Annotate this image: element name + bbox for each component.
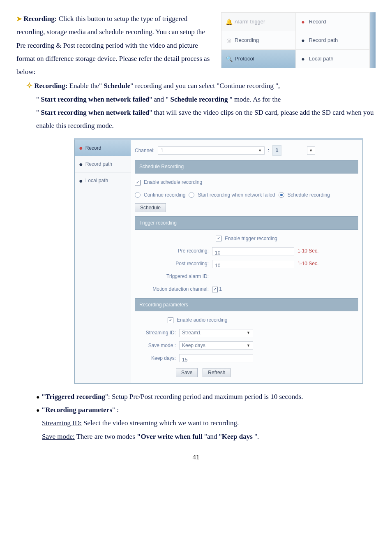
text-bold: "Over write when full [137,433,204,440]
secondary-select[interactable]: ▼ [307,146,315,155]
arrow-bullet-icon: ➤ [16,15,22,22]
tab-alarm-label: Alarm trigger [235,17,265,27]
post-recording-input[interactable]: 10 [212,260,294,268]
channel-label: Channel: [135,146,154,155]
streaming-id-label: Streaming ID: [135,328,176,338]
text-frag: " and " [149,95,170,103]
recording-heading: Recording: [23,15,57,23]
text-frag: " [36,95,41,103]
channel-number-badge: 1 [272,145,281,156]
start-when-network-failed-radio[interactable] [189,192,194,198]
text-frag: " [36,109,41,116]
motion-detection-label: Motion detection channel: [135,285,209,294]
input-value: 10 [215,263,220,269]
sidebar-item-label: Record path [85,160,112,169]
top-tab-panel: 🔔 Alarm trigger ◎ Recording 🔍 Protocol ●… [221,12,376,68]
tab-record-label: Record [309,17,326,27]
tab-protocol-label: Protocol [235,54,254,64]
streaming-id-underline: Streaming ID: [42,419,82,427]
tab-record[interactable]: ● Record [296,13,370,31]
input-value: 15 [182,357,187,363]
post-recording-label: Post recording: [135,259,209,269]
bullet-icon: ● [36,394,39,400]
text-frag: There are two modes [75,433,137,440]
tab-record-path[interactable]: ● Record path [296,31,370,50]
page-number: 41 [16,443,376,464]
text-bold: Keep days [222,433,254,440]
record-settings-panel: ● Record ● Record path ● Local path Chan… [74,138,363,384]
tab-local-path-label: Local path [309,54,334,64]
save-button[interactable]: Save [176,368,198,377]
enable-audio-label: Enable audio recording [177,315,227,325]
chevron-down-icon: ▼ [247,329,250,336]
refresh-button[interactable]: Refresh [203,368,231,377]
section-trigger-recording: Trigger recording [135,216,358,230]
triggered-text: ": Setup Pre/Post recording period and m… [105,393,303,401]
text-frag: " recording and you can select "Continue… [130,82,280,90]
text-bold: Start recording when network failed [41,109,149,116]
recording-desc: Click this button to setup the type of t… [16,15,210,76]
text-bold: Start recording when network failed [41,95,149,103]
streaming-id-select[interactable]: Stream1 ▼ [179,329,253,337]
enable-schedule-label: Enable schedule recording [144,178,202,187]
pre-recording-input[interactable]: 10 [212,247,294,255]
text-bold: Schedule [104,82,130,90]
tab-record-path-label: Record path [309,35,338,46]
sidebar-item-label: Local path [85,176,108,185]
params-heading: "Recording parameters [42,406,112,414]
range-hint: 1-10 Sec. [297,259,358,269]
bullet-icon: ● [36,407,39,413]
bullet-icon: ● [300,37,307,44]
sidebar-item-record-path[interactable]: ● Record path [75,156,131,173]
tab-recording-label: Recording [235,35,259,46]
channel-select[interactable]: 1 ▼ [158,146,265,155]
motion-channel-1-checkbox[interactable]: ✓ [212,287,218,292]
tab-local-path[interactable]: ● Local path [296,50,370,68]
bullet-icon: ● [79,162,83,167]
recording-sub-heading: Recording: [34,82,67,90]
schedule-recording-label: Schedule recording [288,190,330,200]
sidebar: ● Record ● Record path ● Local path [75,140,131,383]
text-frag: "and " [204,433,222,440]
sidebar-item-record[interactable]: ● Record [75,140,131,157]
enable-trigger-label: Enable trigger recording [225,234,277,243]
keep-days-input[interactable]: 15 [179,354,253,362]
text-bold: Schedule recording [171,95,228,103]
save-mode-underline: Save mode: [42,433,75,440]
chevron-down-icon: ▼ [258,147,262,154]
select-value: Keep days [182,341,205,350]
keep-days-label: Keep days: [135,354,176,363]
bullet-icon: ● [79,179,83,183]
enable-audio-checkbox[interactable]: ✓ [168,317,173,323]
save-mode-label: Save mode : [135,341,176,350]
triggered-alarm-id-label: Triggered alarm ID: [135,272,209,281]
text-frag: " mode. As for the [228,95,281,103]
section-recording-parameters: Recording parameters [135,298,358,312]
tab-alarm-trigger[interactable]: 🔔 Alarm trigger [221,13,295,31]
sidebar-item-local-path[interactable]: ● Local path [75,173,131,189]
range-hint: 1-10 Sec. [297,246,358,256]
bullet-icon: ● [300,56,307,62]
record-dot-icon: ● [79,146,83,150]
save-mode-select[interactable]: Keep days ▼ [179,341,253,350]
tab-protocol[interactable]: 🔍 Protocol [221,50,295,68]
streaming-id-desc: Select the video streaming which we want… [82,419,239,427]
schedule-button[interactable]: Schedule [135,203,166,212]
diamond-bullet-icon: ✧ [26,81,32,90]
window-edge [370,12,376,68]
schedule-recording-radio[interactable] [279,192,284,198]
select-value: Stream1 [182,328,201,338]
start-when-network-failed-label: Start recording when network failed [198,190,275,200]
chevron-down-icon: ▼ [309,147,313,154]
text-frag: ". [254,433,259,440]
continue-recording-radio[interactable] [135,192,141,198]
magnify-icon: 🔍 [226,56,232,62]
record-dot-icon: ● [300,19,307,25]
channel-value: 1 [161,146,164,155]
alarm-icon: 🔔 [226,19,232,25]
tab-recording[interactable]: ◎ Recording [221,31,295,50]
enable-schedule-checkbox[interactable]: ✓ [135,180,141,185]
sidebar-item-label: Record [85,144,101,153]
enable-trigger-checkbox[interactable]: ✓ [216,236,221,241]
input-value: 10 [215,250,220,256]
